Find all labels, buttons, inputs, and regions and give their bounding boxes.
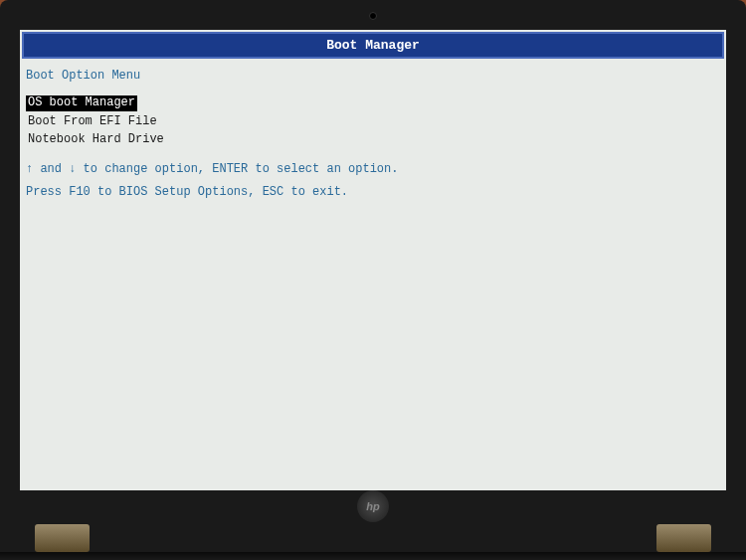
title-bar: Boot Manager xyxy=(22,32,724,59)
content-area: Boot Option Menu OS boot Manager Boot Fr… xyxy=(20,61,726,210)
boot-option-hard-drive[interactable]: Notebook Hard Drive xyxy=(26,132,166,148)
boot-options-list[interactable]: OS boot Manager Boot From EFI File Noteb… xyxy=(26,93,720,148)
exit-instruction: Press F10 to BIOS Setup Options, ESC to … xyxy=(26,183,720,202)
boot-option-os-manager[interactable]: OS boot Manager xyxy=(26,95,137,111)
hp-logo-icon: hp xyxy=(357,490,389,522)
hinge-left xyxy=(35,524,90,552)
laptop-bezel: Boot Manager Boot Option Menu OS boot Ma… xyxy=(0,0,746,560)
bios-screen: Boot Manager Boot Option Menu OS boot Ma… xyxy=(20,30,726,490)
keyboard-edge xyxy=(0,552,746,560)
hinge-right xyxy=(656,524,711,552)
screen-title: Boot Manager xyxy=(326,38,420,53)
menu-heading: Boot Option Menu xyxy=(26,69,720,83)
nav-instruction: ↑ and ↓ to change option, ENTER to selec… xyxy=(26,160,720,179)
webcam-icon xyxy=(369,12,377,20)
boot-option-efi-file[interactable]: Boot From EFI File xyxy=(26,114,159,130)
